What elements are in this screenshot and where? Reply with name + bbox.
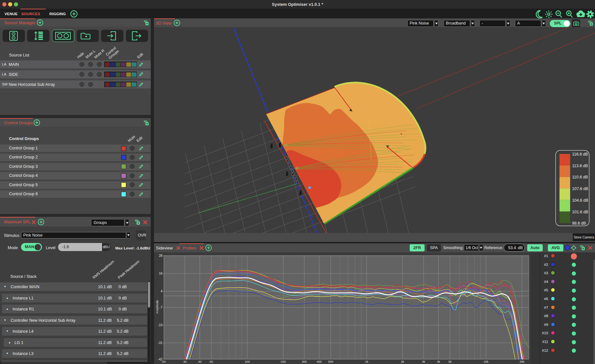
svg-text:20: 20 bbox=[162, 360, 166, 363]
svg-text:5k: 5k bbox=[448, 360, 452, 363]
svg-text:500: 500 bbox=[328, 360, 333, 363]
svg-text:3k: 3k bbox=[422, 360, 425, 363]
svg-text:4: 4 bbox=[160, 289, 162, 293]
svg-text:-31: -31 bbox=[158, 341, 163, 345]
svg-text:50: 50 bbox=[210, 360, 213, 363]
svg-text:20k: 20k bbox=[519, 360, 525, 363]
svg-text:100: 100 bbox=[245, 360, 250, 363]
svg-text:16: 16 bbox=[159, 272, 163, 275]
svg-text:10k: 10k bbox=[484, 360, 489, 363]
svg-text:4k: 4k bbox=[437, 360, 440, 363]
svg-text:2k: 2k bbox=[401, 360, 404, 363]
svg-text:200: 200 bbox=[281, 360, 286, 363]
svg-text:400: 400 bbox=[317, 360, 322, 363]
svg-text:-19: -19 bbox=[158, 323, 163, 327]
svg-text:1k: 1k bbox=[365, 360, 368, 363]
svg-text:28: 28 bbox=[159, 254, 163, 258]
svg-text:40: 40 bbox=[198, 360, 202, 363]
svg-text:-7: -7 bbox=[159, 306, 162, 309]
svg-text:30: 30 bbox=[183, 360, 187, 363]
svg-text:300: 300 bbox=[302, 360, 307, 363]
svg-text:-42: -42 bbox=[158, 358, 163, 361]
svg-text:Amplitude: Amplitude bbox=[155, 300, 159, 314]
